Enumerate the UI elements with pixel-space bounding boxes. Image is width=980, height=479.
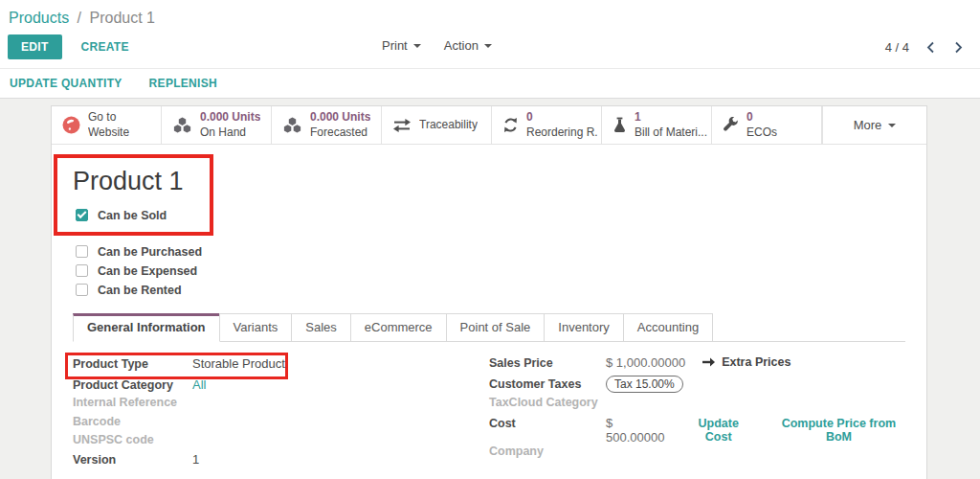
version-value: 1 xyxy=(192,452,199,467)
breadcrumb-products-link[interactable]: Products xyxy=(9,10,69,26)
stat-value: 0.000 Units xyxy=(200,110,260,125)
field-label: Company xyxy=(489,445,606,458)
sales-price-value: $ 1,000.00000 xyxy=(606,355,685,370)
taxcloud-category-row: TaxCloud Category xyxy=(489,396,905,416)
field-label: Product Type xyxy=(73,357,192,371)
can-be-expensed-row: Can be Expensed xyxy=(76,262,905,280)
breadcrumb-current: Product 1 xyxy=(90,10,155,26)
general-information-panel: Product Type Storable Product Product Ca… xyxy=(73,355,905,470)
stat-value: 1 xyxy=(635,110,707,125)
cubes-icon xyxy=(172,117,192,133)
pager: 4 / 4 xyxy=(885,39,965,56)
stat-label: Forecasted xyxy=(310,125,370,141)
breadcrumb-separator: / xyxy=(78,10,81,26)
product-form-sheet: Go to Website 0.000 Units On Hand 0. xyxy=(51,105,927,479)
refresh-icon xyxy=(502,117,519,133)
tab-point-of-sale[interactable]: Point of Sale xyxy=(446,313,546,341)
go-to-website-button[interactable]: Go to Website xyxy=(52,106,162,144)
arrow-right-icon xyxy=(702,357,715,367)
can-be-purchased-checkbox[interactable] xyxy=(76,245,88,258)
can-be-expensed-checkbox[interactable] xyxy=(76,264,88,277)
checkbox-label: Can be Sold xyxy=(98,209,167,222)
can-be-purchased-row: Can be Purchased xyxy=(76,242,905,261)
traceability-button[interactable]: Traceability xyxy=(382,106,492,144)
extra-prices-link[interactable]: Extra Prices xyxy=(702,355,791,369)
tab-variants[interactable]: Variants xyxy=(219,313,293,341)
barcode-row: Barcode xyxy=(73,415,489,434)
tab-ecommerce[interactable]: eCommerce xyxy=(350,313,447,341)
tab-general-information[interactable]: General Information xyxy=(73,313,220,342)
field-label: Customer Taxes xyxy=(489,377,606,391)
product-type-row: Product Type Storable Product xyxy=(73,356,285,376)
tab-inventory[interactable]: Inventory xyxy=(544,313,623,341)
flask-icon xyxy=(612,117,627,133)
cost-value: $ 500.00000 xyxy=(606,416,671,445)
control-panel: Products / Product 1 EDIT CREATE Print A… xyxy=(0,0,980,99)
field-label: Cost xyxy=(489,417,606,430)
compute-price-from-bom-link[interactable]: Compute Price from BoM xyxy=(772,417,905,444)
forecasted-button[interactable]: 0.000 Units Forecasted xyxy=(272,106,382,144)
bill-of-materials-button[interactable]: 1 Bill of Materi... xyxy=(602,106,712,144)
tab-accounting[interactable]: Accounting xyxy=(623,313,713,341)
stat-label: Go to xyxy=(88,110,129,125)
pager-previous-button[interactable] xyxy=(924,39,937,56)
ecos-button[interactable]: 0 ECOs xyxy=(712,106,822,144)
chevron-down-icon xyxy=(413,44,421,48)
print-menu-label: Print xyxy=(382,38,408,53)
product-category-row: Product Category All xyxy=(73,377,489,397)
version-row: Version 1 xyxy=(73,452,489,471)
action-buttons-row: EDIT CREATE Print Action 4 / 4 xyxy=(0,33,980,69)
can-be-sold-checkbox[interactable] xyxy=(76,209,88,221)
chevron-left-icon xyxy=(926,41,935,54)
stat-value: 0 xyxy=(526,110,597,125)
sheet-body: Product 1 Can be Sold Can be Purchased C… xyxy=(52,145,926,479)
field-label: UNSPSC code xyxy=(73,433,192,446)
sales-price-row: Sales Price $ 1,000.00000 Extra Prices xyxy=(489,355,905,376)
pager-next-button[interactable] xyxy=(952,39,965,56)
can-be-sold-row: Can be Sold xyxy=(76,206,210,224)
checkbox-group: Can be Purchased Can be Expensed Can be … xyxy=(73,242,905,299)
checkbox-label: Can be Expensed xyxy=(98,264,197,278)
customer-tax-badge[interactable]: Tax 15.00% xyxy=(606,376,683,393)
replenish-button[interactable]: REPLENISH xyxy=(149,77,217,90)
stat-value: 0.000 Units xyxy=(310,110,370,125)
create-button[interactable]: CREATE xyxy=(81,40,129,54)
stat-label: Reordering R... xyxy=(526,125,597,141)
annotation-box-product-type: Product Type Storable Product xyxy=(65,353,288,379)
update-quantity-button[interactable]: UPDATE QUANTITY xyxy=(10,77,122,90)
tab-sales[interactable]: Sales xyxy=(291,313,351,341)
center-menus: Print Action xyxy=(382,38,492,53)
update-cost-link[interactable]: Update Cost xyxy=(686,417,751,444)
customer-taxes-row: Customer Taxes Tax 15.00% xyxy=(489,376,905,396)
checkbox-label: Can be Purchased xyxy=(98,245,202,259)
stat-label: Website xyxy=(88,125,129,141)
product-title: Product 1 xyxy=(73,167,210,196)
statusbar: UPDATE QUANTITY REPLENISH xyxy=(0,69,980,99)
more-button-label: More xyxy=(854,118,882,132)
field-label: Sales Price xyxy=(489,356,606,370)
field-label: Product Category xyxy=(73,378,192,392)
globe-icon xyxy=(62,116,80,134)
stat-label: Traceability xyxy=(419,118,478,133)
wrench-icon xyxy=(723,117,739,133)
fields-left-column: Product Type Storable Product Product Ca… xyxy=(73,355,489,470)
chevron-right-icon xyxy=(954,41,963,54)
product-type-value: Storable Product xyxy=(192,356,285,371)
action-menu-label: Action xyxy=(444,38,479,53)
cubes-icon xyxy=(282,117,302,133)
on-hand-button[interactable]: 0.000 Units On Hand xyxy=(162,106,272,144)
chevron-down-icon xyxy=(484,44,492,48)
internal-reference-row: Internal Reference xyxy=(73,396,489,415)
stat-label: On Hand xyxy=(200,125,260,141)
more-button[interactable]: More xyxy=(822,106,926,144)
reordering-rules-button[interactable]: 0 Reordering R... xyxy=(492,106,602,144)
print-menu[interactable]: Print xyxy=(382,38,421,53)
action-menu[interactable]: Action xyxy=(444,38,492,53)
can-be-rented-checkbox[interactable] xyxy=(76,284,88,296)
edit-button[interactable]: EDIT xyxy=(8,34,62,59)
company-row: Company xyxy=(489,445,905,465)
stat-label: Bill of Materi... xyxy=(635,125,707,141)
fields-right-column: Sales Price $ 1,000.00000 Extra Prices C… xyxy=(489,355,905,470)
chevron-down-icon xyxy=(888,124,896,127)
product-category-link[interactable]: All xyxy=(192,377,206,392)
